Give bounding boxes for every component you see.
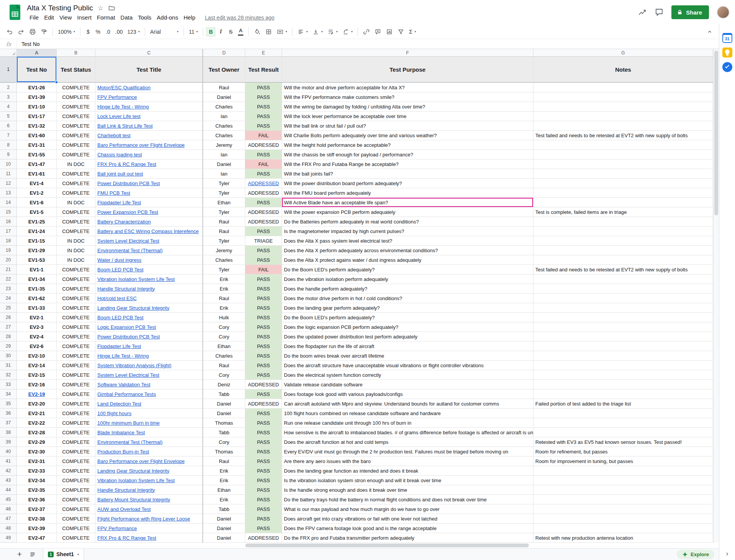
cell-E32[interactable]: PASS: [245, 370, 282, 380]
cell-C35[interactable]: Land Detection Test: [95, 399, 203, 409]
cell-B29[interactable]: COMPLETE: [57, 342, 95, 351]
cell-D5[interactable]: Ian: [203, 112, 245, 121]
cell-F30[interactable]: Do the boom wires break over aircraft li…: [282, 351, 533, 361]
cell-B19[interactable]: IN DOC: [57, 246, 95, 255]
cell-F21[interactable]: Do the Boom LED's perform adequately?: [282, 265, 533, 274]
cell-D42[interactable]: Erik: [203, 466, 245, 476]
horizontal-align-button[interactable]: ▾: [295, 27, 310, 37]
cell-F49[interactable]: Do the FRX pro and Futaba transmitter pe…: [282, 533, 533, 543]
cell-B49[interactable]: COMPLETE: [57, 533, 95, 543]
cell-G46[interactable]: [533, 504, 713, 514]
cell-C6[interactable]: Ball Link & Strut Life Test: [95, 121, 203, 131]
cell-C1[interactable]: Test Title: [95, 57, 203, 83]
cell-D12[interactable]: Tyler: [203, 179, 245, 188]
cell-D43[interactable]: Erik: [203, 476, 245, 485]
cell-B12[interactable]: COMPLETE: [57, 179, 95, 188]
cell-E5[interactable]: PASS: [245, 112, 282, 121]
cell-G49[interactable]: Retest with new production antenna locat…: [533, 533, 713, 543]
cell-C29[interactable]: Flopdapter Life Test: [95, 342, 203, 351]
cell-G44[interactable]: [533, 485, 713, 495]
cell-G35[interactable]: Failed portion of test added to the tria…: [533, 399, 713, 409]
row-header-35[interactable]: 35: [0, 399, 17, 409]
cell-D34[interactable]: Tabb: [203, 389, 245, 399]
cell-B26[interactable]: COMPLETE: [57, 313, 95, 322]
decrease-decimals-button[interactable]: .0: [103, 27, 113, 37]
cell-F39[interactable]: Does the aircraft function at hot and co…: [282, 437, 533, 447]
insert-comment-button[interactable]: [372, 27, 384, 37]
cell-C40[interactable]: Production Burn-in Test: [95, 447, 203, 457]
cell-D44[interactable]: Ethan: [203, 485, 245, 495]
italic-button[interactable]: I: [216, 27, 226, 37]
borders-button[interactable]: [263, 27, 274, 37]
cell-F34[interactable]: Does footage look good with various payl…: [282, 389, 533, 399]
row-header-7[interactable]: 7: [0, 131, 17, 140]
cell-G34[interactable]: [533, 389, 713, 399]
cell-E43[interactable]: PASS: [245, 476, 282, 485]
cell-G8[interactable]: [533, 140, 713, 150]
collapse-toolbar-button[interactable]: [704, 27, 715, 37]
cell-A32[interactable]: EV2-15: [17, 370, 57, 380]
cell-B7[interactable]: COMPLETE: [57, 131, 95, 140]
cell-E26[interactable]: PASS: [245, 313, 282, 322]
cell-B14[interactable]: IN DOC: [57, 198, 95, 207]
cell-G31[interactable]: [533, 361, 713, 370]
cell-F12[interactable]: Will the power distribution board perfor…: [282, 179, 533, 188]
cell-F33[interactable]: Validate release candidate software: [282, 380, 533, 389]
cell-B37[interactable]: COMPLETE: [57, 418, 95, 428]
cell-E41[interactable]: PASS: [245, 457, 282, 466]
cell-E27[interactable]: PASS: [245, 322, 282, 332]
cell-B15[interactable]: COMPLETE: [57, 207, 95, 217]
cell-G22[interactable]: [533, 274, 713, 284]
cell-F9[interactable]: Will the chassis be stiff enough for pay…: [282, 150, 533, 159]
row-header-39[interactable]: 39: [0, 437, 17, 447]
format-percent-button[interactable]: %: [93, 27, 103, 37]
move-to-folder-icon[interactable]: [108, 5, 115, 11]
menu-edit[interactable]: Edit: [41, 13, 57, 21]
cell-C26[interactable]: Boom LED PCB Test: [95, 313, 203, 322]
cell-E11[interactable]: PASS: [245, 169, 282, 179]
print-button[interactable]: [27, 27, 38, 37]
cell-D21[interactable]: Tyler: [203, 265, 245, 274]
cell-F28[interactable]: Does the updated power distribution test…: [282, 332, 533, 342]
row-header-18[interactable]: 18: [0, 236, 17, 246]
cell-F38[interactable]: How senstive is the aircraft to imbalanc…: [282, 428, 533, 437]
cell-E48[interactable]: PASS: [245, 524, 282, 533]
row-header-43[interactable]: 43: [0, 476, 17, 485]
cell-C23[interactable]: Handle Structural Integrity: [95, 284, 203, 294]
row-header-29[interactable]: 29: [0, 342, 17, 351]
cell-B47[interactable]: COMPLETE: [57, 514, 95, 524]
cell-C34[interactable]: Gimbal Performance Tests: [95, 389, 203, 399]
column-header-A[interactable]: A: [17, 49, 57, 57]
cell-C7[interactable]: Charliebolt test: [95, 131, 203, 140]
cell-B33[interactable]: COMPLETE: [57, 380, 95, 389]
cell-G3[interactable]: [533, 92, 713, 102]
cell-E36[interactable]: PASS: [245, 409, 282, 418]
cell-B25[interactable]: COMPLETE: [57, 303, 95, 313]
cell-C13[interactable]: FMU PCB Test: [95, 188, 203, 198]
cell-D49[interactable]: Daniel: [203, 533, 245, 543]
tasks-icon[interactable]: [722, 62, 732, 72]
cell-A14[interactable]: EV1-6: [17, 198, 57, 207]
last-edit-link[interactable]: Last edit was 28 minutes ago: [205, 15, 274, 21]
cell-E6[interactable]: PASS: [245, 121, 282, 131]
row-header-2[interactable]: 2: [0, 83, 17, 92]
cell-D14[interactable]: Ethan: [203, 198, 245, 207]
row-header-16[interactable]: 16: [0, 217, 17, 227]
cell-B13[interactable]: COMPLETE: [57, 188, 95, 198]
row-header-13[interactable]: 13: [0, 188, 17, 198]
cell-G17[interactable]: [533, 227, 713, 236]
row-header-41[interactable]: 41: [0, 457, 17, 466]
cell-D10[interactable]: Daniel: [203, 159, 245, 169]
strikethrough-button[interactable]: S: [226, 27, 236, 37]
row-header-20[interactable]: 20: [0, 255, 17, 265]
cell-D23[interactable]: Erik: [203, 284, 245, 294]
cell-E15[interactable]: ADDRESSED: [245, 207, 282, 217]
cell-E4[interactable]: PASS: [245, 102, 282, 112]
cell-F36[interactable]: 100 flight hours combined on release can…: [282, 409, 533, 418]
row-header-28[interactable]: 28: [0, 332, 17, 342]
cell-B35[interactable]: COMPLETE: [57, 399, 95, 409]
cell-E24[interactable]: PASS: [245, 294, 282, 303]
cell-E8[interactable]: ADDRESSED: [245, 140, 282, 150]
menu-add-ons[interactable]: Add-ons: [154, 13, 181, 21]
cell-A17[interactable]: EV1-24: [17, 227, 57, 236]
